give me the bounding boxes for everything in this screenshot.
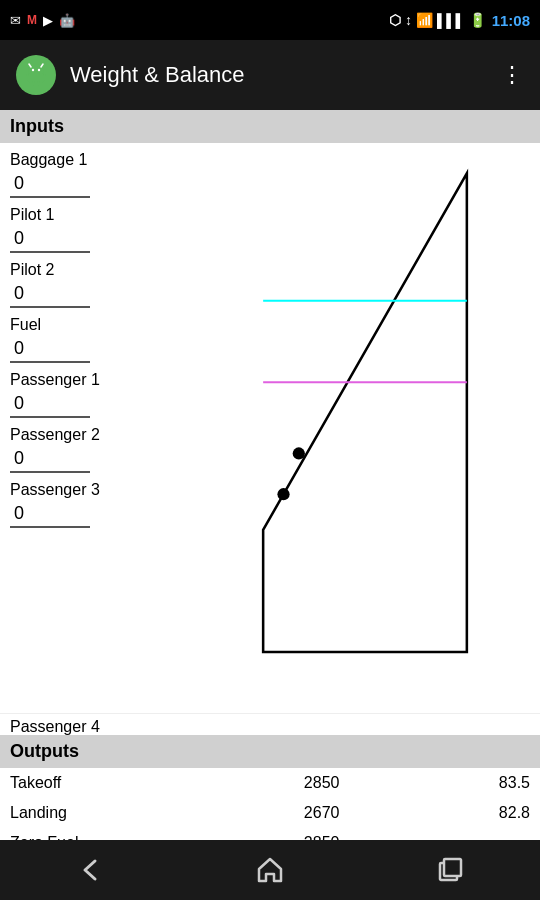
app-bar: Weight & Balance ⋮	[0, 40, 540, 110]
svg-rect-3	[28, 73, 44, 83]
home-button[interactable]	[240, 850, 300, 890]
svg-rect-6	[32, 81, 35, 86]
landing-weight: 2670	[245, 798, 399, 828]
status-bar: ✉ M ▶ 🤖 ⬡ ↕ 📶 ▌▌▌ 🔋 11:08	[0, 0, 540, 40]
app-bar-left: Weight & Balance	[16, 55, 244, 95]
takeoff-cg: 83.5	[399, 768, 540, 798]
network-icon: ▌▌▌	[437, 13, 465, 28]
inputs-column: Baggage 1 Pilot 1 Pilot 2 Fuel Passenger…	[0, 143, 200, 713]
passenger1-label: Passenger 1	[10, 371, 190, 389]
bluetooth-icon: ⬡	[389, 12, 401, 28]
back-button[interactable]	[60, 850, 120, 890]
partial-passenger4: Passenger 4	[0, 713, 540, 735]
fuel-label: Fuel	[10, 316, 190, 334]
svg-rect-12	[444, 859, 461, 876]
passenger4-label: Passenger 4	[0, 714, 540, 735]
recents-button[interactable]	[420, 850, 480, 890]
outputs-section-header: Outputs	[0, 735, 540, 768]
landing-label: Landing	[0, 798, 245, 828]
status-bar-left-icons: ✉ M ▶ 🤖	[10, 13, 75, 28]
input-group-passenger2: Passenger 2	[10, 426, 190, 473]
nav-bar	[0, 840, 540, 900]
pilot2-label: Pilot 2	[10, 261, 190, 279]
main-content: Baggage 1 Pilot 1 Pilot 2 Fuel Passenger…	[0, 143, 540, 713]
svg-rect-5	[43, 74, 46, 81]
passenger1-input[interactable]	[10, 391, 90, 418]
takeoff-weight: 2850	[245, 768, 399, 798]
input-group-fuel: Fuel	[10, 316, 190, 363]
passenger2-input[interactable]	[10, 446, 90, 473]
pilot1-label: Pilot 1	[10, 206, 190, 224]
data-dot-2	[277, 488, 289, 500]
data-dot-1	[293, 447, 305, 459]
wifi-icon: 📶	[416, 12, 433, 28]
svg-line-9	[41, 64, 43, 67]
app-icon	[16, 55, 56, 95]
table-row: Landing 2670 82.8	[0, 798, 540, 828]
pilot2-input[interactable]	[10, 281, 90, 308]
android-icon-status: 🤖	[59, 13, 75, 28]
takeoff-label: Takeoff	[0, 768, 245, 798]
svg-rect-4	[26, 74, 29, 81]
inputs-section-header: Inputs	[0, 110, 540, 143]
clock: 11:08	[492, 12, 530, 29]
fuel-input[interactable]	[10, 336, 90, 363]
chart-area	[200, 143, 540, 713]
input-group-pilot2: Pilot 2	[10, 261, 190, 308]
passenger2-label: Passenger 2	[10, 426, 190, 444]
svg-rect-7	[37, 81, 40, 86]
input-group-pilot1: Pilot 1	[10, 206, 190, 253]
app-title: Weight & Balance	[70, 62, 244, 88]
svg-marker-10	[259, 859, 281, 881]
home-icon	[255, 855, 285, 885]
svg-line-8	[29, 64, 31, 67]
table-row: Takeoff 2850 83.5	[0, 768, 540, 798]
baggage1-label: Baggage 1	[10, 151, 190, 169]
input-group-baggage1: Baggage 1	[10, 151, 190, 198]
back-icon	[75, 855, 105, 885]
pilot1-input[interactable]	[10, 226, 90, 253]
overflow-menu-button[interactable]: ⋮	[501, 62, 524, 88]
battery-icon: 🔋	[469, 12, 486, 28]
gmail-icon: M	[27, 13, 37, 27]
status-bar-right-icons: ⬡ ↕ 📶 ▌▌▌ 🔋 11:08	[389, 12, 530, 29]
input-group-passenger3: Passenger 3	[10, 481, 190, 528]
passenger3-label: Passenger 3	[10, 481, 190, 499]
input-group-passenger1: Passenger 1	[10, 371, 190, 418]
landing-cg: 82.8	[399, 798, 540, 828]
signal-icon: ↕	[405, 12, 412, 28]
passenger3-input[interactable]	[10, 501, 90, 528]
mail-icon: ✉	[10, 13, 21, 28]
baggage1-input[interactable]	[10, 171, 90, 198]
svg-point-1	[32, 69, 34, 71]
svg-point-2	[38, 69, 40, 71]
recents-icon	[435, 855, 465, 885]
weight-balance-chart	[200, 153, 530, 703]
play-store-icon: ▶	[43, 13, 53, 28]
